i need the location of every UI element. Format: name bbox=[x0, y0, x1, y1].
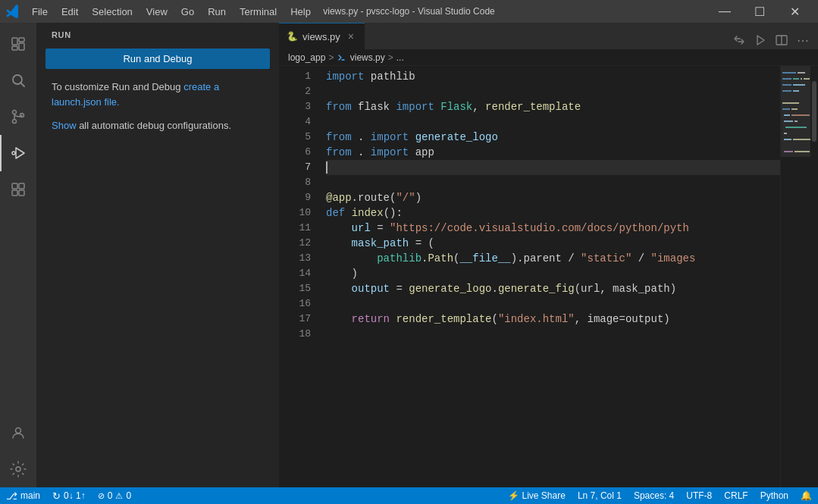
spaces-label: Spaces: 4 bbox=[634, 490, 674, 501]
sidebar-item-extensions[interactable] bbox=[0, 171, 36, 208]
editor-scrollbar[interactable] bbox=[810, 66, 818, 487]
svg-line-5 bbox=[21, 83, 25, 87]
tab-label: views.py bbox=[302, 31, 340, 42]
sync-status[interactable]: ↻ 0↓ 1↑ bbox=[46, 487, 92, 504]
status-bar-left: ⎇ main ↻ 0↓ 1↑ ⊘ 0 ⚠ 0 bbox=[0, 487, 137, 504]
notification-icon: 🔔 bbox=[801, 490, 812, 501]
svg-marker-9 bbox=[16, 148, 24, 158]
notification-status[interactable]: 🔔 bbox=[794, 487, 818, 504]
maximize-button[interactable]: ☐ bbox=[742, 0, 777, 23]
encoding-status[interactable]: UTF-8 bbox=[680, 487, 718, 504]
sidebar-item-run[interactable] bbox=[0, 135, 36, 171]
svg-point-10 bbox=[12, 152, 15, 155]
code-line-8 bbox=[326, 175, 780, 190]
code-line-4 bbox=[326, 114, 780, 130]
sidebar: RUN Run and Debug To customize Run and D… bbox=[36, 23, 279, 487]
liveshare-label: Live Share bbox=[522, 490, 566, 501]
warning-icon: ⚠ bbox=[115, 491, 123, 501]
menu-file[interactable]: File bbox=[26, 5, 54, 19]
sidebar-header: RUN bbox=[36, 23, 279, 44]
branch-status[interactable]: ⎇ main bbox=[0, 487, 46, 504]
sidebar-item-search[interactable] bbox=[0, 62, 36, 99]
code-line-18 bbox=[326, 327, 780, 342]
sidebar-item-account[interactable] bbox=[0, 415, 36, 451]
scrollbar-thumb[interactable] bbox=[812, 81, 816, 142]
sidebar-item-source-control[interactable] bbox=[0, 99, 36, 135]
main-layout: RUN Run and Debug To customize Run and D… bbox=[0, 23, 818, 487]
code-line-13: pathlib.Path(__file__).parent / "static"… bbox=[326, 251, 780, 266]
line-col-status[interactable]: Ln 7, Col 1 bbox=[572, 487, 628, 504]
show-configurations-link[interactable]: Show bbox=[52, 120, 77, 131]
tab-close-button[interactable]: × bbox=[345, 30, 357, 42]
breadcrumb: logo_app > views.py > ... bbox=[279, 49, 818, 66]
sidebar-show-text: Show all automatic debug configurations. bbox=[36, 115, 279, 136]
status-bar-right: ⚡ Live Share Ln 7, Col 1 Spaces: 4 UTF-8… bbox=[502, 487, 819, 504]
sidebar-item-settings[interactable] bbox=[0, 451, 36, 487]
menu-help[interactable]: Help bbox=[284, 5, 317, 19]
liveshare-icon: ⚡ bbox=[508, 490, 519, 501]
line-num-7: 7 bbox=[279, 160, 311, 175]
run-and-debug-button[interactable]: Run and Debug bbox=[45, 49, 270, 69]
svg-rect-3 bbox=[12, 46, 17, 50]
line-num-16: 16 bbox=[279, 296, 311, 311]
minimize-button[interactable]: — bbox=[707, 0, 742, 23]
code-content[interactable]: import pathlib from flask import Flask, … bbox=[317, 66, 780, 487]
liveshare-status[interactable]: ⚡ Live Share bbox=[502, 487, 572, 504]
language-status[interactable]: Python bbox=[754, 487, 794, 504]
run-file-button[interactable] bbox=[751, 31, 769, 49]
title-bar: File Edit Selection View Go Run Terminal… bbox=[0, 0, 818, 23]
code-line-7 bbox=[326, 160, 780, 175]
line-num-4: 4 bbox=[279, 114, 311, 130]
breadcrumb-views-py[interactable]: views.py bbox=[337, 52, 384, 63]
svg-point-15 bbox=[16, 428, 21, 434]
sidebar-desc-text: To customize Run and Debug bbox=[52, 81, 183, 92]
code-line-16 bbox=[326, 296, 780, 311]
close-button[interactable]: ✕ bbox=[777, 0, 812, 23]
branch-label: main bbox=[20, 490, 40, 501]
editor-area: 🐍 views.py × bbox=[279, 23, 818, 487]
minimap-svg bbox=[781, 66, 810, 475]
git-compare-button[interactable] bbox=[730, 31, 748, 49]
error-count: 0 bbox=[108, 490, 113, 501]
menu-go[interactable]: Go bbox=[175, 5, 200, 19]
menu-edit[interactable]: Edit bbox=[55, 5, 84, 19]
menu-terminal[interactable]: Terminal bbox=[233, 5, 283, 19]
menu-selection[interactable]: Selection bbox=[86, 5, 138, 19]
more-actions-button[interactable]: ⋯ bbox=[794, 31, 812, 49]
breadcrumb-ellipsis[interactable]: ... bbox=[396, 52, 404, 63]
error-icon: ⊘ bbox=[98, 491, 105, 501]
spaces-status[interactable]: Spaces: 4 bbox=[628, 487, 680, 504]
svg-point-6 bbox=[13, 111, 17, 114]
editor-tab-views-py[interactable]: 🐍 views.py × bbox=[279, 23, 365, 49]
code-editor[interactable]: 1 2 3 4 5 6 7 8 9 10 11 12 13 14 15 16 1 bbox=[279, 66, 780, 487]
code-line-17: return render_template("index.html", ima… bbox=[326, 311, 780, 327]
encoding-label: UTF-8 bbox=[686, 490, 712, 501]
line-num-14: 14 bbox=[279, 266, 311, 281]
breadcrumb-logo-app[interactable]: logo_app bbox=[288, 52, 325, 63]
line-num-1: 1 bbox=[279, 69, 311, 84]
split-editor-button[interactable] bbox=[773, 31, 791, 49]
menu-run[interactable]: Run bbox=[202, 5, 232, 19]
menu-view[interactable]: View bbox=[140, 5, 174, 19]
line-ending-status[interactable]: CRLF bbox=[718, 487, 754, 504]
line-num-17: 17 bbox=[279, 311, 311, 327]
code-line-2 bbox=[326, 84, 780, 99]
svg-rect-44 bbox=[781, 66, 810, 157]
code-line-11: url = "https://code.visualstudio.com/doc… bbox=[326, 221, 780, 236]
line-num-12: 12 bbox=[279, 236, 311, 251]
svg-rect-14 bbox=[19, 190, 24, 196]
line-num-11: 11 bbox=[279, 221, 311, 236]
code-line-3: from flask import Flask, render_template bbox=[326, 99, 780, 114]
line-num-15: 15 bbox=[279, 281, 311, 296]
line-num-18: 18 bbox=[279, 327, 311, 342]
code-line-5: from . import generate_logo bbox=[326, 130, 780, 145]
warning-count: 0 bbox=[126, 490, 131, 501]
svg-point-16 bbox=[16, 467, 20, 471]
sidebar-item-explorer[interactable] bbox=[0, 26, 36, 62]
menu-bar: File Edit Selection View Go Run Terminal… bbox=[26, 5, 317, 19]
tab-actions: ⋯ bbox=[730, 31, 818, 49]
errors-status[interactable]: ⊘ 0 ⚠ 0 bbox=[92, 487, 137, 504]
svg-rect-0 bbox=[12, 38, 17, 45]
svg-rect-1 bbox=[19, 38, 24, 42]
line-num-5: 5 bbox=[279, 130, 311, 145]
